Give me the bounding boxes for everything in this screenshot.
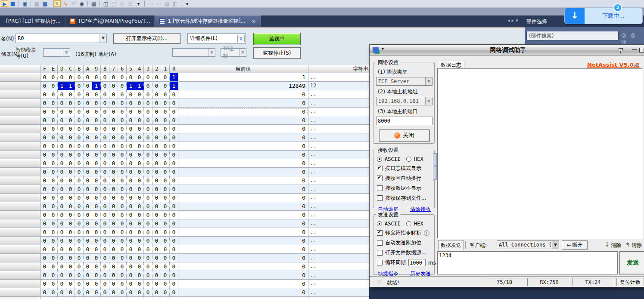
bit-cell[interactable]: 0	[40, 73, 49, 81]
ascii-radio[interactable]	[377, 157, 382, 162]
bit-cell[interactable]: 0	[152, 194, 161, 202]
bit-cell[interactable]: 0	[170, 280, 178, 288]
book-search-icon[interactable]: ▤	[90, 0, 97, 7]
bit-cell[interactable]: 0	[127, 202, 135, 210]
bit-cell[interactable]: 0	[84, 82, 92, 90]
reset-count-button[interactable]: 复位计数	[616, 278, 644, 286]
bit-cell[interactable]: 0	[144, 176, 152, 185]
bit-cell[interactable]: 0	[75, 133, 84, 142]
bit-cell[interactable]: 0	[170, 297, 178, 299]
bit-cell[interactable]: 0	[170, 262, 178, 271]
bit-cell[interactable]: 0	[75, 202, 84, 210]
send-data-input[interactable]: 1234	[437, 251, 618, 274]
bit-cell[interactable]: 0	[101, 202, 109, 210]
bit-cell[interactable]: 0	[144, 297, 152, 299]
bit-cell[interactable]: 0	[92, 125, 101, 133]
bit-cell[interactable]: 0	[75, 211, 84, 219]
checkbox[interactable]	[377, 166, 383, 171]
bit-cell[interactable]: 0	[118, 211, 127, 219]
bit-cell[interactable]: 0	[49, 211, 58, 219]
bit-cell[interactable]: 0	[118, 254, 127, 262]
bit-cell[interactable]: 0	[101, 245, 109, 253]
window-search-icon[interactable]: ◫	[102, 0, 109, 7]
bit-cell[interactable]: 0	[101, 211, 109, 219]
bit-cell[interactable]: 0	[49, 176, 58, 185]
bit-cell[interactable]: 0	[92, 142, 101, 150]
bit-cell[interactable]: 0	[84, 254, 92, 262]
data-log-area[interactable]	[437, 68, 643, 239]
current-value-cell[interactable]: 0	[178, 288, 308, 296]
bit-cell[interactable]: 0	[84, 219, 92, 228]
bit-cell[interactable]: 0	[118, 219, 127, 228]
bit-cell[interactable]: 0	[161, 228, 170, 236]
bit-cell[interactable]: 0	[144, 288, 152, 296]
bit-cell[interactable]: 0	[40, 116, 49, 124]
bit-cell[interactable]: 0	[109, 202, 118, 210]
bit-cell[interactable]: 0	[118, 73, 127, 81]
bit-cell[interactable]: 0	[118, 202, 127, 210]
current-value-cell[interactable]: 0	[178, 151, 308, 159]
part-search-input[interactable]	[526, 31, 619, 40]
bit-cell[interactable]: 0	[40, 194, 49, 202]
bit-cell[interactable]: 0	[127, 237, 135, 245]
bit-cell[interactable]: 0	[161, 245, 170, 253]
bit-cell[interactable]: 0	[49, 125, 58, 133]
bit-cell[interactable]: 0	[135, 90, 144, 99]
bit-cell[interactable]: 0	[144, 108, 152, 116]
bit-cell[interactable]: 0	[152, 228, 161, 236]
bit-cell[interactable]: 0	[170, 125, 178, 133]
bit-cell[interactable]: 0	[135, 202, 144, 210]
bit-cell[interactable]: 0	[135, 254, 144, 262]
bit-cell[interactable]: 0	[84, 116, 92, 124]
bit-cell[interactable]: 0	[118, 245, 127, 253]
current-value-cell[interactable]: 0	[178, 168, 308, 176]
bit-cell[interactable]: 0	[170, 228, 178, 236]
bit-cell[interactable]: 0	[92, 116, 101, 124]
bit-cell[interactable]: 0	[127, 288, 135, 296]
checkbox[interactable]	[377, 185, 383, 191]
bit-cell[interactable]: 1	[170, 73, 178, 81]
bit-cell[interactable]: 0	[127, 116, 135, 124]
netassist-titlebar[interactable]: ▾ 网络调试助手 —	[370, 45, 644, 56]
bit-cell[interactable]: 0	[92, 254, 101, 262]
bit-cell[interactable]: 0	[170, 142, 178, 150]
bit-cell[interactable]: 0	[92, 185, 101, 193]
bit-cell[interactable]: 0	[101, 108, 109, 116]
minimize-button[interactable]: —	[632, 46, 637, 52]
bit-cell[interactable]: 0	[161, 262, 170, 271]
bit-cell[interactable]: 0	[161, 271, 170, 279]
bit-cell[interactable]: 0	[75, 73, 84, 81]
bit-cell[interactable]: 0	[127, 142, 135, 150]
bit-cell[interactable]: 0	[40, 82, 49, 90]
stop-monitoring-button[interactable]: 监视停止(S)	[253, 47, 301, 59]
find-binocular-icons[interactable]: ◎ ◎ ◎	[621, 32, 644, 45]
bit-cell[interactable]: 0	[118, 151, 127, 159]
bit-cell[interactable]: 0	[101, 142, 109, 150]
bit-cell[interactable]: 0	[66, 245, 75, 253]
bit-cell[interactable]: 0	[66, 159, 75, 167]
data-send-tab[interactable]: 数据发送	[438, 240, 464, 250]
bit-cell[interactable]: 1	[58, 82, 66, 90]
bit-cell[interactable]: 0	[135, 288, 144, 296]
bit-cell[interactable]: 0	[152, 271, 161, 279]
double-chevron-icon[interactable]: «	[237, 35, 245, 42]
bit-cell[interactable]: 0	[109, 125, 118, 133]
bit-cell[interactable]: 0	[170, 202, 178, 210]
bit-cell[interactable]: 0	[152, 211, 161, 219]
bit-cell[interactable]: 0	[135, 237, 144, 245]
bit-cell[interactable]: 0	[170, 116, 178, 124]
bit-cell[interactable]: 0	[109, 219, 118, 228]
zigzag-icon[interactable]: ∿	[62, 0, 69, 7]
bit-cell[interactable]: 0	[75, 125, 84, 133]
bit-cell[interactable]: 0	[118, 228, 127, 236]
bit-cell[interactable]: 0	[161, 133, 170, 142]
bit-cell[interactable]: 0	[40, 108, 49, 116]
bit-cell[interactable]: 0	[58, 73, 66, 81]
bit-cell[interactable]: 0	[58, 280, 66, 288]
bit-cell[interactable]: 0	[135, 219, 144, 228]
bit-cell[interactable]: 0	[135, 133, 144, 142]
bit-cell[interactable]: 0	[66, 297, 75, 299]
maximize-button[interactable]	[639, 48, 644, 52]
bit-cell[interactable]: 0	[75, 245, 84, 253]
bit-cell[interactable]: 0	[66, 194, 75, 202]
